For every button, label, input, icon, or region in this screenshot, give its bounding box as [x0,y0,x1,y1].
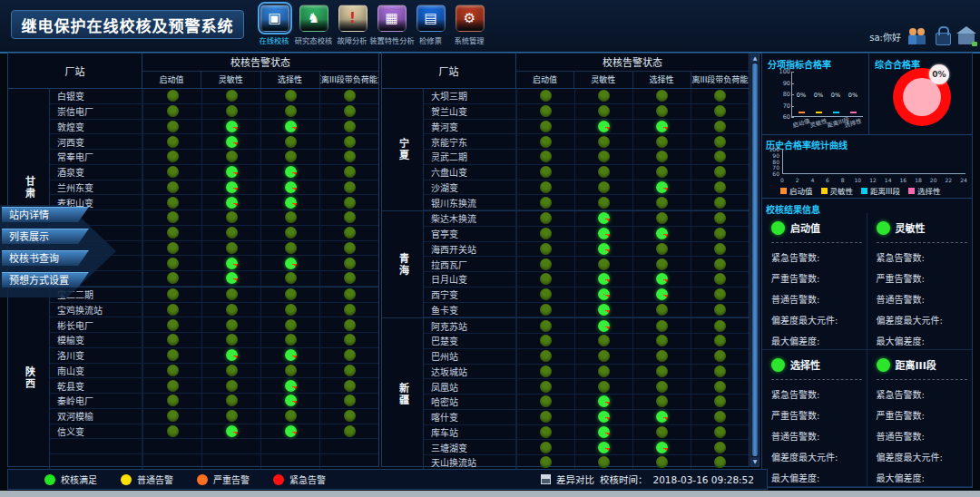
station-row[interactable]: 乾县变 [50,378,378,394]
lock-icon[interactable] [936,33,951,45]
status-cell [632,257,691,271]
diff-compare-label[interactable]: 差异对比 [556,473,594,486]
status-dot [285,319,297,331]
nav-tab-system-management[interactable]: ⚙系统管理 [450,5,489,46]
status-cell [691,165,749,180]
station-row[interactable]: 达坂城站 [424,365,749,380]
station-row[interactable]: 沙湖变 [424,180,749,196]
station-row[interactable]: 黄河变 [424,120,749,135]
station-row[interactable] [50,454,378,470]
history-chart: 10090807060024681012141618202224 [766,149,969,183]
station-name: 贺兰山变 [424,104,516,119]
status-dot [656,258,668,270]
station-row[interactable]: 六盘山变 [424,165,749,180]
station-row[interactable]: 三塘湖变 [424,440,749,455]
status-dot [714,288,726,300]
station-row[interactable] [50,439,378,454]
station-row[interactable]: 巴楚变 [424,334,749,349]
station-row[interactable]: 喀什变 [424,410,749,425]
station-row[interactable]: 敦煌变 [50,120,378,135]
side-menu-button[interactable]: 预想方式设置 [2,272,89,287]
station-row[interactable]: 洛川变 [50,348,378,364]
station-row[interactable]: 官亭变 [424,227,749,242]
status-cell [574,365,632,379]
status-dot [540,411,552,423]
scroll-up-icon[interactable]: ▲ [751,54,759,63]
station-row[interactable]: 酒泉变 [50,165,378,180]
station-row[interactable]: 哈密站 [424,395,749,410]
bar-value-label: 0% [828,92,844,99]
users-icon[interactable] [908,28,928,44]
station-row[interactable] [50,210,378,226]
nav-tabs: ▣在线校核♞研究态校核!故障分析▦装置特性分析▤检修票⚙系统管理 [255,5,489,46]
status-cell [574,334,632,348]
station-row[interactable]: 大坝三期 [424,89,749,104]
nav-tab-maintenance-ticket[interactable]: ▤检修票 [411,5,450,46]
home-icon[interactable] [958,34,975,44]
station-row[interactable]: 彬长电厂 [50,317,378,333]
station-row[interactable]: 鱼卡变 [424,303,749,318]
station-row[interactable]: 海西开关站 [424,242,749,258]
status-cell [142,333,201,347]
station-row[interactable]: 库车站 [424,425,749,441]
status-dot [714,273,726,285]
nav-tab-fault-analysis[interactable]: !故障分析 [333,5,372,46]
side-menu-button[interactable]: 站内详情 [2,207,89,222]
station-row[interactable]: 兰州东变 [50,180,378,196]
station-row[interactable]: 信义变 [50,424,378,440]
station-row[interactable]: 拉西瓦厂 [424,257,749,272]
status-dot [540,258,552,270]
status-dot [167,288,179,300]
station-row[interactable]: 模榆变 [50,333,378,348]
table-scrollbar[interactable]: ▲ ▼ [750,53,760,467]
station-row[interactable]: 秦岭电厂 [50,394,378,409]
station-row[interactable]: 日月山变 [424,272,749,287]
station-name: 敦煌变 [50,120,142,134]
result-block-title: 距离III段 [896,357,936,372]
station-row[interactable]: 河西变 [50,134,378,150]
station-row[interactable]: 常奉电厂 [50,150,378,165]
station-row[interactable]: 柴达木换流 [424,211,749,227]
status-dot [285,151,297,162]
station-row[interactable]: 京能宁东 [424,134,749,150]
station-row[interactable]: 崇信电厂 [50,104,378,120]
station-row[interactable]: 阿克苏站 [424,318,749,334]
status-dot [540,304,552,316]
status-cell [632,211,691,226]
status-dot [285,410,297,422]
side-menu-button[interactable]: 校核书查询 [2,250,89,266]
status-cell [632,120,691,134]
station-row[interactable]: 白银变 [50,89,378,104]
legend-label: 紧急告警 [289,473,326,486]
status-dot [656,228,668,239]
station-row[interactable]: 麦积山变 [50,195,378,210]
scroll-down-icon[interactable]: ▼ [751,457,759,466]
diff-compare-icon[interactable] [541,474,551,484]
nav-tab-online-check[interactable]: ▣在线校核 [255,5,294,46]
station-row[interactable]: 凤凰站 [424,379,749,395]
status-cell [691,104,749,119]
station-row[interactable]: 南山变 [50,364,378,379]
station-row[interactable]: 银川东换流 [424,195,749,210]
status-cell [319,424,378,439]
station-row[interactable]: 灵武二期 [424,150,749,165]
status-cell [691,211,749,226]
station-row[interactable]: 宝二二期 [50,287,378,303]
station-row[interactable]: 双河模榆 [50,409,378,424]
nav-tab-research-check[interactable]: ♞研究态校核 [294,5,333,46]
station-row[interactable]: 巴州站 [424,349,749,365]
station-row[interactable]: 贺兰山变 [424,104,749,120]
status-cell [691,334,749,348]
station-row[interactable]: 西宁变 [424,287,749,303]
station-row[interactable] [50,271,378,287]
station-row[interactable]: 宝鸡换流站 [50,303,378,318]
nav-tab-device-characteristic-analysis[interactable]: ▦装置特性分析 [372,5,411,46]
status-dot [656,197,668,209]
status-cell [516,349,574,364]
status-dot [344,304,356,316]
scrollbar-thumb[interactable] [752,63,758,456]
status-cell [319,287,378,302]
status-dot [598,258,610,270]
status-cell [260,287,319,302]
side-menu-button[interactable]: 列表展示 [2,229,89,244]
